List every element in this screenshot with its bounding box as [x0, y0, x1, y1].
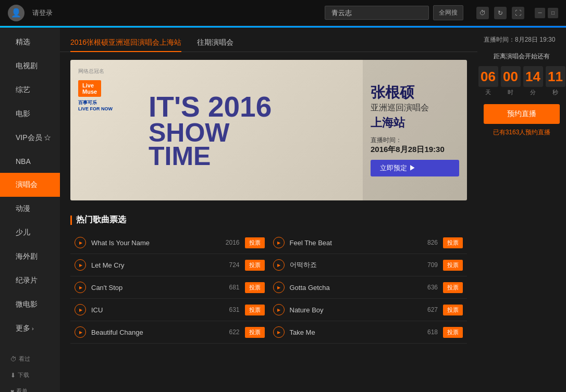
- banner-artist: 张根硕: [371, 84, 459, 102]
- vote-button[interactable]: 投票: [245, 305, 265, 315]
- vote-button[interactable]: 投票: [245, 282, 265, 293]
- broadcast-time: 直播时间：8月28日 19:30: [484, 35, 560, 44]
- vote-button[interactable]: 投票: [443, 237, 463, 248]
- song-row: Beautiful Change 622 投票: [70, 321, 269, 344]
- play-icon[interactable]: [273, 259, 285, 271]
- avatar: 👤: [8, 5, 24, 21]
- vote-button[interactable]: 投票: [443, 260, 463, 271]
- sidebar-item-shortfilm[interactable]: 微电影: [0, 293, 60, 317]
- banner-tour: 亚洲巡回演唱会: [371, 103, 459, 113]
- sidebar-item-kids[interactable]: 少儿: [0, 221, 60, 245]
- song-votes: 627: [420, 306, 438, 313]
- song-name: Let Me Cry: [91, 261, 216, 269]
- reserve-button[interactable]: 预约直播: [484, 104, 560, 124]
- song-name: Feel The Beat: [290, 239, 415, 247]
- book-button[interactable]: 立即预定 ▶: [371, 160, 459, 176]
- sidebar-item-nba[interactable]: NBA: [0, 150, 60, 173]
- song-name: Gotta Getcha: [290, 284, 415, 292]
- tab-past-concerts[interactable]: 往期演唱会: [197, 34, 233, 52]
- vote-button[interactable]: 投票: [443, 327, 463, 338]
- login-text[interactable]: 请登录: [32, 8, 53, 18]
- refresh-icon[interactable]: ↻: [494, 7, 507, 19]
- sidebar-item-concert[interactable]: 演唱会: [0, 173, 60, 197]
- song-name: 어떡하죠: [290, 260, 415, 270]
- countdown-minutes-unit: 分: [530, 88, 536, 96]
- search-box: 全网搜: [325, 5, 463, 20]
- play-icon[interactable]: [75, 326, 86, 338]
- sidebar-watchlist[interactable]: ♥ 看单: [0, 383, 60, 392]
- song-votes: 618: [420, 328, 438, 336]
- window-controls: ─ □: [535, 8, 558, 18]
- song-list: What Is Your Name 2016 投票 Let Me Cry 724…: [70, 232, 467, 344]
- pepsi-logo: 百事可乐 LIVE FOR NOW: [78, 99, 130, 111]
- tab-current-concert[interactable]: 2016张根硕亚洲巡回演唱会上海站: [70, 34, 181, 52]
- song-row: 어떡하죠 709 投票: [269, 254, 467, 276]
- song-votes: 2016: [222, 239, 240, 246]
- countdown-minutes: 14 分: [523, 66, 543, 96]
- sidebar-item-more[interactable]: 更多: [0, 317, 60, 340]
- sidebar-history[interactable]: ⏱ 看过: [0, 351, 60, 367]
- sidebar-item-tv[interactable]: 电视剧: [0, 54, 60, 78]
- sidebar-item-foreign[interactable]: 海外剧: [0, 245, 60, 269]
- countdown-hours-num: 00: [501, 66, 521, 87]
- banner-time: TIME: [149, 143, 211, 169]
- screen-icon[interactable]: ⛶: [512, 7, 524, 19]
- banner-date: 2016年8月28日19:30: [371, 145, 459, 155]
- right-panel: 直播时间：8月28日 19:30 距离演唱会开始还有 06 天 00 时 14 …: [477, 28, 566, 392]
- maximize-button[interactable]: □: [548, 8, 558, 18]
- countdown-minutes-num: 14: [523, 66, 543, 87]
- sidebar-item-documentary[interactable]: 纪录片: [0, 269, 60, 293]
- vote-button[interactable]: 投票: [443, 282, 463, 293]
- reserve-count-num: 3163: [506, 129, 520, 136]
- song-row: Gotta Getcha 636 投票: [269, 276, 467, 299]
- tabs: 2016张根硕亚洲巡回演唱会上海站 往期演唱会: [60, 28, 477, 52]
- banner-venue: 上海站: [371, 115, 459, 131]
- sidebar-download[interactable]: ⬇ 下载: [0, 367, 60, 383]
- sidebar-item-variety[interactable]: 综艺: [0, 78, 60, 102]
- countdown-days-num: 06: [478, 66, 498, 87]
- banner-time-label: 直播时间：: [371, 136, 459, 145]
- countdown-days: 06 天: [478, 66, 498, 96]
- main-content: 2016张根硕亚洲巡回演唱会上海站 往期演唱会 网络总冠名 LiveMuse 百…: [60, 28, 477, 392]
- countdown: 06 天 00 时 14 分 11 秒: [484, 66, 560, 96]
- play-icon[interactable]: [75, 237, 86, 248]
- countdown-seconds-unit: 秒: [552, 88, 558, 96]
- minimize-button[interactable]: ─: [535, 8, 545, 18]
- vote-button[interactable]: 投票: [443, 305, 463, 315]
- search-button[interactable]: 全网搜: [433, 5, 463, 20]
- play-icon[interactable]: [75, 259, 86, 271]
- vote-button[interactable]: 投票: [245, 237, 265, 248]
- countdown-hours-unit: 时: [508, 88, 513, 96]
- song-list-left: What Is Your Name 2016 投票 Let Me Cry 724…: [70, 232, 269, 344]
- topbar: 👤 请登录 全网搜 ⏱ ↻ ⛶ ─ □: [0, 0, 566, 26]
- play-icon[interactable]: [273, 326, 285, 338]
- search-input[interactable]: [325, 6, 429, 20]
- song-name: Beautiful Change: [91, 328, 216, 336]
- sidebar: 精选 电视剧 综艺 电影 VIP会员 ☆ NBA 演唱会 动漫 少儿 海外剧 纪…: [0, 28, 60, 392]
- countdown-label: 距离演唱会开始还有: [484, 52, 560, 61]
- vote-button[interactable]: 投票: [245, 260, 265, 271]
- sidebar-item-movie[interactable]: 电影: [0, 102, 60, 126]
- countdown-days-unit: 天: [485, 88, 491, 96]
- play-icon[interactable]: [273, 282, 285, 293]
- sidebar-item-vip[interactable]: VIP会员 ☆: [0, 126, 60, 150]
- countdown-seconds-num: 11: [546, 66, 565, 87]
- layout: 精选 电视剧 综艺 电影 VIP会员 ☆ NBA 演唱会 动漫 少儿 海外剧 纪…: [0, 28, 566, 392]
- sidebar-item-anime[interactable]: 动漫: [0, 197, 60, 221]
- play-icon[interactable]: [75, 304, 86, 315]
- play-icon[interactable]: [273, 237, 285, 248]
- sidebar-item-jingxuan[interactable]: 精选: [0, 30, 60, 54]
- song-row: What Is Your Name 2016 投票: [70, 232, 269, 254]
- sponsor-label: 网络总冠名: [78, 68, 130, 75]
- song-row: Feel The Beat 826 投票: [269, 232, 467, 254]
- play-icon[interactable]: [273, 304, 285, 315]
- song-name: ICU: [91, 306, 216, 314]
- play-icon[interactable]: [75, 282, 86, 293]
- banner-main: IT'S 2016 SHOW TIME: [138, 60, 363, 200]
- banner-sponsor: 网络总冠名 LiveMuse 百事可乐 LIVE FOR NOW: [70, 60, 138, 200]
- song-row: Take Me 618 投票: [269, 321, 467, 344]
- vote-button[interactable]: 投票: [245, 327, 265, 338]
- history-icon[interactable]: ⏱: [476, 7, 489, 19]
- banner-info: 张根硕 亚洲巡回演唱会 上海站 直播时间： 2016年8月28日19:30 立即…: [363, 60, 467, 200]
- live-muse-logo: LiveMuse: [78, 80, 101, 97]
